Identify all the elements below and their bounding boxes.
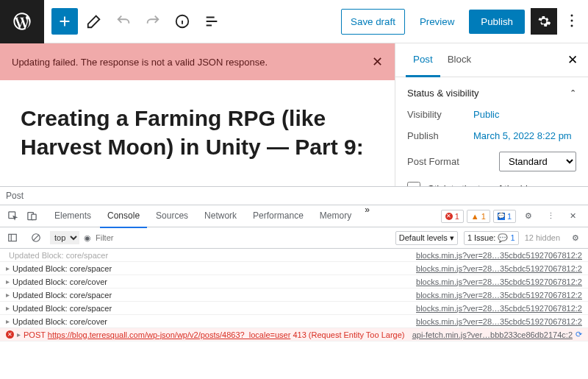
status-visibility-panel[interactable]: Status & visibility ⌃ [407,88,576,99]
tab-block[interactable]: Block [440,43,479,77]
post-title[interactable]: Creating a Farming RPG (like Harvest Moo… [0,80,395,161]
inspect-element-icon[interactable] [3,207,22,226]
svg-point-2 [571,19,573,21]
post-format-label: Post Format [407,156,473,167]
svg-rect-7 [9,234,17,241]
error-log-row[interactable]: ✕ ▸ POST https://blog.terresquall.com/wp… [0,328,588,341]
error-message: Updating failed. The response is not a v… [12,57,268,68]
wordpress-logo[interactable] [0,0,44,43]
devtools-panel: Post Elements Console Sources Network Pe… [0,186,588,379]
tab-performance[interactable]: Performance [245,205,311,228]
more-tabs-button[interactable]: » [360,205,374,228]
svg-rect-6 [31,214,35,220]
log-row[interactable]: ▸Updated Block: core/coverblocks.min.js?… [0,315,588,328]
sticky-label: Stick to the top of the blog [428,183,538,187]
devtools-close-icon[interactable]: ✕ [563,207,582,226]
console-context-select[interactable]: top [50,231,79,244]
preview-button[interactable]: Preview [411,10,463,34]
tab-memory[interactable]: Memory [312,205,359,228]
publish-label: Publish [407,130,473,141]
log-row[interactable]: Updated Block: core/spacerblocks.min.js?… [0,249,588,262]
outline-button[interactable] [198,8,225,35]
log-row[interactable]: ▸Updated Block: core/spacerblocks.min.js… [0,302,588,315]
editor-canvas: Updating failed. The response is not a v… [0,43,395,186]
redo-button[interactable] [140,8,166,35]
add-block-button[interactable] [51,8,78,35]
publish-button[interactable]: Publish [469,10,525,34]
warning-count[interactable]: ▲1 [467,210,490,223]
console-log-list: Updated Block: core/spacerblocks.min.js?… [0,249,588,379]
log-row[interactable]: ▸Updated Block: core/spacerblocks.min.js… [0,262,588,275]
settings-sidebar: Post Block ✕ Status & visibility ⌃ Visib… [395,43,588,186]
console-settings-icon[interactable]: ⚙ [566,228,585,247]
log-levels-select[interactable]: Default levels ▾ [395,231,458,245]
save-draft-button[interactable]: Save draft [341,9,405,35]
edit-mode-button[interactable] [81,8,107,35]
console-sidebar-toggle-icon[interactable] [3,228,22,247]
settings-button[interactable] [531,8,557,35]
panel-title: Status & visibility [407,88,479,99]
tab-sources[interactable]: Sources [148,205,196,228]
console-filter-input[interactable] [96,233,197,242]
devtools-tabs: Elements Console Sources Network Perform… [47,205,374,228]
info-count[interactable]: 💬1 [493,210,516,223]
tab-post[interactable]: Post [406,43,440,77]
error-icon: ✕ [6,330,14,339]
log-row[interactable]: ▸Updated Block: core/coverblocks.min.js?… [0,275,588,288]
visibility-label: Visibility [407,109,473,120]
close-sidebar-button[interactable]: ✕ [567,52,578,68]
tab-console[interactable]: Console [100,205,147,228]
hidden-count: 12 hidden [525,233,560,242]
request-method: POST [24,330,46,339]
post-format-select[interactable]: Standard [499,152,576,171]
tab-network[interactable]: Network [197,205,244,228]
console-eye-icon[interactable]: ◉ [84,233,91,243]
tab-elements[interactable]: Elements [47,205,98,228]
device-toolbar-icon[interactable] [22,207,41,226]
devtools-settings-icon[interactable]: ⚙ [519,207,538,226]
error-notice: Updating failed. The response is not a v… [0,43,395,80]
dismiss-notice-button[interactable]: ✕ [372,54,383,70]
undo-button[interactable] [110,8,137,35]
more-options-button[interactable] [563,8,581,35]
clear-console-icon[interactable] [26,228,46,247]
editor-toolbar: Save draft Preview Publish [0,0,588,43]
sticky-checkbox[interactable] [407,182,420,186]
vm-icon[interactable]: ⟳ [576,330,582,339]
visibility-value[interactable]: Public [473,109,499,120]
request-url[interactable]: https://blog.terresquall.com/wp-json/wp/… [48,330,291,339]
publish-value[interactable]: March 5, 2022 8:22 pm [473,130,572,141]
error-count[interactable]: ✕1 [441,210,464,223]
log-row[interactable]: ▸Updated Block: core/spacerblocks.min.js… [0,288,588,302]
error-source[interactable]: api-fetch.min.js?ver…bbb233ce86db2174c:2 [412,330,573,339]
devtools-more-icon[interactable]: ⋮ [541,207,560,226]
svg-point-3 [571,24,573,26]
info-button[interactable] [169,8,196,35]
status-text: 413 (Request Entity Too Large) [293,330,404,339]
issues-button[interactable]: 1 Issue: 💬 1 [464,231,519,245]
chevron-up-icon: ⌃ [570,88,576,98]
svg-point-1 [571,14,573,16]
devtools-drawer-tab[interactable]: Post [6,191,24,201]
